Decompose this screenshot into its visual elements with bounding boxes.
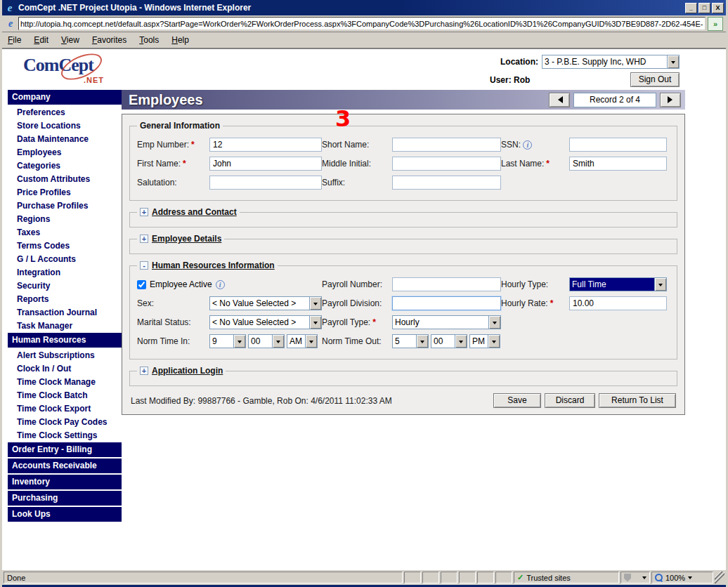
payroll-type-select[interactable]: Hourly	[392, 315, 501, 329]
sidebar-item-taxes[interactable]: Taxes	[8, 226, 122, 239]
sidebar-item-alert-subscriptions[interactable]: Alert Subscriptions	[8, 349, 122, 362]
address-contact-section-title[interactable]: Address and Contact	[152, 207, 237, 217]
expand-icon[interactable]: +	[140, 208, 148, 216]
employee-active-checkbox[interactable]	[137, 280, 146, 289]
collapse-icon[interactable]: -	[140, 261, 148, 270]
info-icon[interactable]: i	[523, 140, 532, 150]
protected-mode-pane[interactable]	[620, 572, 650, 583]
employee-details-section-title[interactable]: Employee Details	[152, 234, 221, 244]
suffix-field[interactable]	[392, 176, 501, 190]
previous-record-button[interactable]	[549, 93, 570, 107]
marital-status-select[interactable]: < No Value Selected >	[209, 315, 322, 329]
sidebar-item-store-locations[interactable]: Store Locations	[8, 119, 122, 133]
emp-number-field[interactable]	[209, 138, 322, 152]
ssn-field[interactable]	[569, 138, 667, 152]
sidebar-item-transaction-journal[interactable]: Transaction Journal	[8, 306, 122, 319]
location-select[interactable]: 3 - P.B.E. Supply Inc, WHD	[542, 55, 680, 69]
sign-out-button[interactable]: Sign Out	[630, 72, 680, 87]
hourly-type-dropdown-button[interactable]	[654, 278, 666, 291]
info-icon[interactable]: i	[216, 280, 225, 289]
chevron-down-icon	[313, 303, 318, 308]
sidebar-item-time-clock-batch[interactable]: Time Clock Batch	[8, 389, 122, 402]
close-button[interactable]: X	[712, 3, 724, 13]
save-button[interactable]: Save	[493, 393, 541, 408]
sidebar-item-custom-attributes[interactable]: Custom Attributes	[8, 173, 122, 186]
hourly-rate-field[interactable]	[569, 296, 667, 310]
go-button[interactable]: »	[708, 17, 723, 31]
menu-file[interactable]: File	[8, 35, 21, 45]
dropdown-button[interactable]	[305, 335, 317, 348]
sidebar-item-time-clock-settings[interactable]: Time Clock Settings	[8, 429, 122, 442]
sidebar-section-human-resources[interactable]: Human Resources	[8, 333, 122, 349]
expand-icon[interactable]: +	[140, 367, 148, 375]
last-name-field[interactable]	[569, 157, 667, 171]
short-name-field[interactable]	[392, 138, 501, 152]
menu-edit[interactable]: Edit	[34, 35, 48, 45]
sidebar-item-employees[interactable]: Employees	[8, 146, 122, 159]
sidebar-item-regions[interactable]: Regions	[8, 213, 122, 226]
middle-initial-field[interactable]	[392, 157, 501, 171]
zoom-control[interactable]: 100%	[651, 572, 713, 583]
sidebar-section-accounts-receivable[interactable]: Accounts Receivable	[8, 459, 122, 475]
sidebar-item-security[interactable]: Security	[8, 279, 122, 293]
user-label: User: Rob	[490, 75, 530, 85]
sex-dropdown-button[interactable]	[309, 297, 321, 310]
payroll-division-field[interactable]	[392, 296, 501, 310]
return-to-list-button[interactable]: Return To List	[599, 393, 676, 408]
expand-icon[interactable]: +	[140, 235, 148, 243]
sidebar-item-gl-accounts[interactable]: G / L Accounts	[8, 253, 122, 266]
hourly-rate-label: Hourly Rate:*	[501, 298, 569, 308]
sidebar-section-order-entry-billing[interactable]: Order Entry - Billing	[8, 442, 122, 459]
discard-button[interactable]: Discard	[545, 393, 595, 408]
hourly-type-select[interactable]: Full Time	[569, 277, 667, 291]
sidebar-section-purchasing[interactable]: Purchasing	[8, 491, 122, 507]
sidebar-item-preferences[interactable]: Preferences	[8, 106, 122, 119]
dropdown-button[interactable]	[272, 335, 284, 348]
record-counter[interactable]: Record 2 of 4	[573, 93, 656, 107]
norm-time-in-ampm-select[interactable]: AM	[287, 334, 318, 348]
sidebar-item-time-clock-export[interactable]: Time Clock Export	[8, 402, 122, 416]
norm-time-in-hour-select[interactable]: 9	[209, 334, 246, 348]
dropdown-button[interactable]	[416, 335, 428, 348]
salutation-field[interactable]	[209, 176, 322, 190]
menu-favorites[interactable]: Favorites	[92, 35, 126, 45]
marital-status-dropdown-button[interactable]	[309, 316, 321, 329]
sidebar-section-company[interactable]: Company	[8, 90, 122, 106]
norm-time-out-hour-select[interactable]: 5	[392, 334, 429, 348]
norm-time-out-ampm-select[interactable]: PM	[469, 334, 500, 348]
sidebar-item-purchase-profiles[interactable]: Purchase Profiles	[8, 199, 122, 213]
next-record-button[interactable]	[660, 93, 681, 107]
sidebar-item-integration[interactable]: Integration	[8, 266, 122, 279]
application-login-section-title[interactable]: Application Login	[152, 366, 223, 376]
payroll-number-field[interactable]	[392, 277, 501, 291]
first-name-field[interactable]	[209, 157, 322, 171]
sidebar-item-terms-codes[interactable]: Terms Codes	[8, 239, 122, 253]
sidebar-section-look-ups[interactable]: Look Ups	[8, 507, 122, 523]
dropdown-button[interactable]	[233, 335, 245, 348]
norm-time-out-minute-select[interactable]: 00	[431, 334, 467, 348]
menu-help[interactable]: Help	[171, 35, 189, 45]
maximize-button[interactable]: □	[698, 3, 710, 13]
location-dropdown-button[interactable]	[667, 55, 679, 68]
sidebar-item-data-maintenance[interactable]: Data Maintenance	[8, 133, 122, 146]
url-input[interactable]	[20, 20, 703, 28]
sidebar-item-price-profiles[interactable]: Price Profiles	[8, 186, 122, 199]
resize-grip[interactable]	[715, 572, 724, 583]
dropdown-button[interactable]	[488, 335, 500, 348]
sidebar-section-inventory[interactable]: Inventory	[8, 475, 122, 491]
norm-time-in-minute-select[interactable]: 00	[248, 334, 285, 348]
menu-tools[interactable]: Tools	[139, 35, 159, 45]
sidebar-item-categories[interactable]: Categories	[8, 159, 122, 173]
sidebar-item-time-clock-manage[interactable]: Time Clock Manage	[8, 376, 122, 389]
sidebar-item-reports[interactable]: Reports	[8, 293, 122, 306]
sex-select[interactable]: < No Value Selected >	[209, 296, 322, 310]
dropdown-button[interactable]	[455, 335, 467, 348]
sidebar-item-task-manager[interactable]: Task Manager	[8, 319, 122, 333]
sidebar-item-time-clock-pay-codes[interactable]: Time Clock Pay Codes	[8, 416, 122, 429]
menu-view[interactable]: View	[61, 35, 79, 45]
sidebar-item-clock-in-out[interactable]: Clock In / Out	[8, 362, 122, 376]
address-contact-group: + Address and Contact	[129, 207, 677, 227]
minimize-button[interactable]: _	[685, 3, 697, 13]
hr-information-section-title[interactable]: Human Resources Information	[152, 260, 275, 270]
payroll-type-dropdown-button[interactable]	[488, 316, 500, 329]
